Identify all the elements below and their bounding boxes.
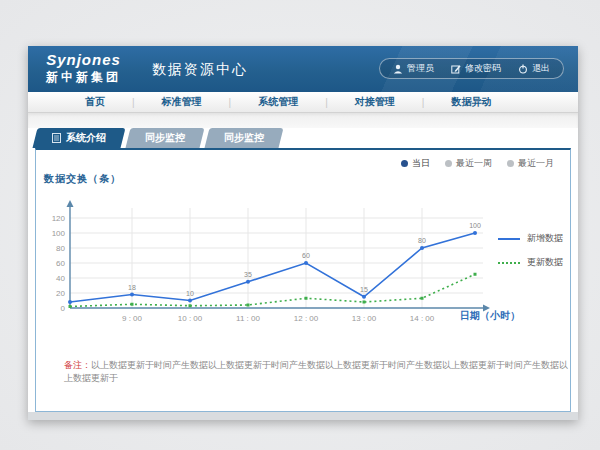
legend-item-updated-data[interactable]: 更新数据 <box>498 256 563 269</box>
radio-dot <box>507 160 514 167</box>
svg-text:11 : 00: 11 : 00 <box>236 314 260 323</box>
tab-bar: 系统介绍 同步监控 同步监控 <box>28 128 578 148</box>
nav-item-home[interactable]: 首页 <box>58 95 132 109</box>
footnote: 备注：以上数据更新于时间产生数据以上数据更新于时间产生数据以上数据更新于时间产生… <box>64 359 569 384</box>
svg-text:60: 60 <box>56 259 65 268</box>
svg-text:12 : 00: 12 : 00 <box>294 314 319 323</box>
radio-option-today[interactable]: 当日 <box>401 157 430 170</box>
tab-label: 系统介绍 <box>66 131 106 145</box>
svg-text:40: 40 <box>56 274 65 283</box>
radio-label: 最近一周 <box>456 157 492 170</box>
nav-item-system-management[interactable]: 系统管理 <box>231 95 325 109</box>
svg-text:18: 18 <box>128 284 136 291</box>
radio-label: 最近一月 <box>518 157 554 170</box>
app-window: Synjones 新中新集团 数据资源中心 管理员 修改密码 退出 <box>28 46 578 420</box>
change-password-button[interactable]: 修改密码 <box>451 62 501 75</box>
footnote-text: 以上数据更新于时间产生数据以上数据更新于时间产生数据以上数据更新于时间产生数据以… <box>64 360 568 383</box>
logout-button[interactable]: 退出 <box>518 62 550 75</box>
svg-text:20: 20 <box>56 289 65 298</box>
tab-system-intro[interactable]: 系统介绍 <box>35 128 123 148</box>
user-button[interactable]: 管理员 <box>393 62 434 75</box>
user-toolbar: 管理员 修改密码 退出 <box>379 58 564 79</box>
svg-text:120: 120 <box>52 214 66 223</box>
svg-text:10 : 00: 10 : 00 <box>178 314 203 323</box>
radio-option-last-week[interactable]: 最近一周 <box>445 157 492 170</box>
tab-sync-monitor-2[interactable]: 同步监控 <box>207 128 281 148</box>
power-icon <box>518 64 528 74</box>
svg-text:9 : 00: 9 : 00 <box>122 314 143 323</box>
radio-option-last-month[interactable]: 最近一月 <box>507 157 554 170</box>
content-panel: 当日 最近一周 最近一月 数据交换（条） 0204060801001209 : … <box>35 148 571 412</box>
legend-label: 新增数据 <box>527 232 563 245</box>
page-title: 数据资源中心 <box>152 61 248 79</box>
chart-legend: 新增数据 更新数据 <box>498 232 563 280</box>
radio-dot <box>401 160 408 167</box>
top-header: Synjones 新中新集团 数据资源中心 管理员 修改密码 退出 <box>28 46 578 92</box>
tab-sync-monitor-1[interactable]: 同步监控 <box>128 128 202 148</box>
logo-chinese: 新中新集团 <box>46 70 121 85</box>
svg-text:15: 15 <box>360 286 368 293</box>
subnav-spacer <box>28 113 578 128</box>
footnote-prefix: 备注： <box>64 360 91 370</box>
main-navbar: 首页 | 标准管理 | 系统管理 | 对接管理 | 数据异动 <box>28 92 578 113</box>
svg-text:13 : 00: 13 : 00 <box>352 314 377 323</box>
chart-y-axis-title: 数据交换（条） <box>44 172 121 186</box>
user-icon <box>393 64 403 74</box>
svg-text:60: 60 <box>302 252 310 259</box>
chart-x-axis-title: 日期（小时） <box>460 309 520 323</box>
tab-label: 同步监控 <box>224 131 264 145</box>
nav-item-standard-management[interactable]: 标准管理 <box>135 95 229 109</box>
logout-label: 退出 <box>532 62 550 75</box>
tab-label: 同步监控 <box>145 131 185 145</box>
nav-item-data-change[interactable]: 数据异动 <box>424 95 518 109</box>
change-password-label: 修改密码 <box>465 62 501 75</box>
document-icon <box>52 133 61 143</box>
radio-label: 当日 <box>412 157 430 170</box>
window-footer-strip <box>28 412 578 420</box>
svg-text:80: 80 <box>418 237 426 244</box>
logo-english: Synjones <box>46 51 121 70</box>
svg-text:100: 100 <box>52 229 66 238</box>
svg-text:100: 100 <box>469 222 481 229</box>
svg-text:80: 80 <box>56 244 65 253</box>
svg-text:35: 35 <box>244 271 252 278</box>
dotted-line-icon <box>498 262 520 264</box>
svg-text:14 : 00: 14 : 00 <box>410 314 435 323</box>
svg-text:10: 10 <box>186 290 194 297</box>
nav-item-interface-management[interactable]: 对接管理 <box>328 95 422 109</box>
solid-line-icon <box>498 238 520 240</box>
user-label: 管理员 <box>407 62 434 75</box>
legend-label: 更新数据 <box>527 256 563 269</box>
radio-dot <box>445 160 452 167</box>
time-range-selector: 当日 最近一周 最近一月 <box>401 157 554 170</box>
svg-text:0: 0 <box>61 304 66 313</box>
legend-item-new-data[interactable]: 新增数据 <box>498 232 563 245</box>
company-logo: Synjones 新中新集团 <box>46 51 121 85</box>
line-chart-svg: 0204060801001209 : 0010 : 0011 : 0012 : … <box>38 186 496 336</box>
edit-icon <box>451 64 461 74</box>
